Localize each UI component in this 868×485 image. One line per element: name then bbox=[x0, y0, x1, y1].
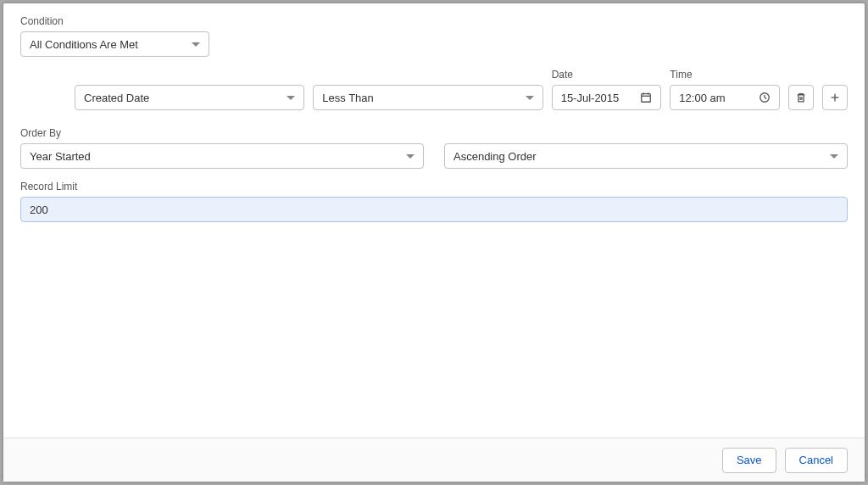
date-label: Date bbox=[552, 69, 662, 81]
condition-field-value: Created Date bbox=[84, 92, 149, 104]
record-limit-label: Record Limit bbox=[20, 181, 848, 192]
condition-operator-select[interactable]: Less Than bbox=[313, 85, 542, 110]
date-value: 15-Jul-2015 bbox=[561, 92, 620, 104]
condition-operator-value: Less Than bbox=[322, 92, 373, 104]
condition-section: Condition All Conditions Are Met bbox=[20, 15, 848, 57]
modal-body: Condition All Conditions Are Met Created… bbox=[3, 3, 865, 438]
condition-field-select[interactable]: Created Date bbox=[75, 85, 304, 110]
time-label: Time bbox=[670, 69, 780, 81]
chevron-down-icon bbox=[406, 154, 415, 159]
date-input[interactable]: 15-Jul-2015 bbox=[552, 85, 662, 110]
calendar-icon bbox=[640, 92, 652, 103]
orderby-label: Order By bbox=[20, 127, 848, 139]
modal-footer: Save Cancel bbox=[3, 438, 865, 482]
add-condition-button[interactable] bbox=[822, 85, 848, 110]
cancel-button[interactable]: Cancel bbox=[785, 448, 848, 473]
plus-icon bbox=[829, 92, 841, 103]
chevron-down-icon bbox=[830, 154, 838, 159]
orderby-direction-select[interactable]: Ascending Order bbox=[444, 143, 848, 169]
delete-condition-button[interactable] bbox=[788, 85, 814, 110]
trash-icon bbox=[795, 92, 807, 103]
filter-modal: Condition All Conditions Are Met Created… bbox=[3, 3, 865, 482]
chevron-down-icon bbox=[526, 96, 534, 100]
record-limit-section: Record Limit bbox=[20, 181, 848, 222]
orderby-direction-value: Ascending Order bbox=[453, 150, 537, 163]
svg-rect-0 bbox=[642, 94, 651, 103]
orderby-field-value: Year Started bbox=[30, 150, 91, 163]
svg-line-6 bbox=[765, 98, 766, 98]
time-input[interactable]: 12:00 am bbox=[670, 85, 780, 110]
clock-icon bbox=[759, 92, 771, 103]
orderby-field-select[interactable]: Year Started bbox=[20, 143, 424, 169]
orderby-row: Year Started Ascending Order bbox=[20, 143, 848, 169]
record-limit-input[interactable] bbox=[20, 197, 848, 222]
condition-mode-select[interactable]: All Conditions Are Met bbox=[20, 31, 209, 57]
chevron-down-icon bbox=[192, 42, 200, 47]
time-value: 12:00 am bbox=[679, 92, 725, 104]
condition-row: Created Date Less Than Date 15-Jul-2015 bbox=[20, 69, 848, 110]
condition-label: Condition bbox=[20, 15, 848, 27]
save-button[interactable]: Save bbox=[722, 448, 776, 473]
condition-mode-value: All Conditions Are Met bbox=[30, 38, 138, 51]
chevron-down-icon bbox=[287, 96, 295, 100]
